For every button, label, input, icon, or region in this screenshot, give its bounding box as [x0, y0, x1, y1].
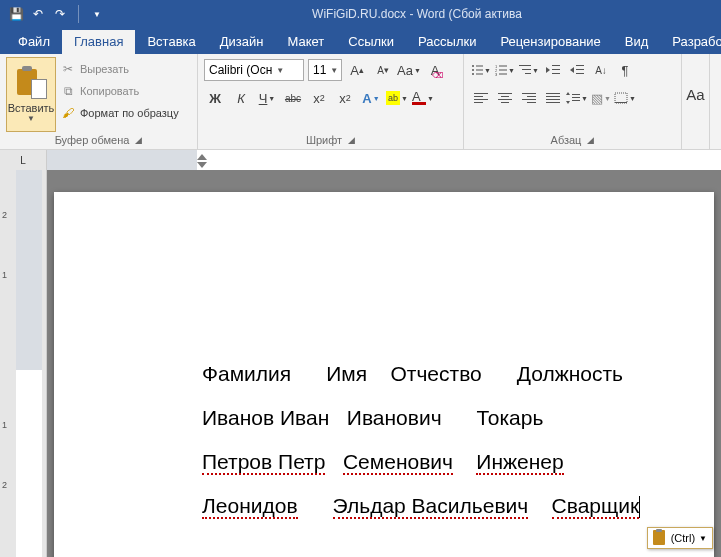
svg-rect-27: [498, 99, 512, 100]
svg-rect-7: [499, 66, 507, 67]
text-effects-button[interactable]: A▼: [360, 87, 382, 109]
paste-options-label: (Ctrl): [671, 532, 695, 544]
align-center-button[interactable]: [494, 87, 516, 109]
show-marks-button[interactable]: ¶: [614, 59, 636, 81]
svg-rect-34: [546, 96, 560, 97]
chevron-down-icon: ▼: [276, 66, 284, 75]
bold-button[interactable]: Ж: [204, 87, 226, 109]
sort-button[interactable]: A↓: [590, 59, 612, 81]
italic-button[interactable]: К: [230, 87, 252, 109]
paragraph-group-label: Абзац: [551, 134, 582, 146]
line-spacing-button[interactable]: ▼: [566, 87, 588, 109]
tab-home[interactable]: Главная: [62, 30, 135, 54]
svg-rect-24: [474, 102, 483, 103]
group-styles: Aа: [682, 54, 710, 149]
doc-row: Иванов Иван Иванович Токарь: [202, 406, 543, 429]
tab-layout[interactable]: Макет: [275, 30, 336, 54]
tab-mailings[interactable]: Рассылки: [406, 30, 488, 54]
paste-button[interactable]: Вставить ▼: [6, 57, 56, 132]
shrink-font-button[interactable]: A▾: [372, 59, 394, 81]
align-right-button[interactable]: [518, 87, 540, 109]
svg-rect-18: [576, 65, 584, 66]
titlebar: 💾 ↶ ↷ ▼ WiFiGiD.RU.docx - Word (Сбой акт…: [0, 0, 721, 28]
svg-point-2: [472, 69, 474, 71]
horizontal-ruler[interactable]: [47, 150, 721, 170]
tab-view[interactable]: Вид: [613, 30, 661, 54]
window-title: WiFiGiD.RU.docx - Word (Сбой актива: [113, 7, 721, 21]
clipboard-dialog-launcher-icon[interactable]: ◢: [135, 135, 142, 145]
multilevel-button[interactable]: ▼: [518, 59, 540, 81]
redo-icon[interactable]: ↷: [52, 6, 68, 22]
tab-design[interactable]: Дизайн: [208, 30, 276, 54]
subscript-button[interactable]: x2: [308, 87, 330, 109]
quick-access-toolbar: 💾 ↶ ↷ ▼: [0, 5, 113, 23]
indent-marker-icon[interactable]: [197, 154, 207, 164]
undo-icon[interactable]: ↶: [30, 6, 46, 22]
svg-rect-33: [546, 93, 560, 94]
clear-formatting-button[interactable]: A⌫: [424, 59, 446, 81]
styles-icon[interactable]: Aа: [688, 57, 703, 132]
group-clipboard: Вставить ▼ ✂ Вырезать ⧉ Копировать 🖌 Фор…: [0, 54, 198, 149]
svg-rect-11: [499, 74, 507, 75]
svg-rect-12: [519, 65, 531, 66]
work-area: 2 1 1 2 Фамилия Имя Отчество Должность И…: [0, 170, 721, 557]
strike-button[interactable]: abc: [282, 87, 304, 109]
doc-row: Леонидов Эльдар Васильевич Сварщик: [202, 494, 639, 519]
grow-font-button[interactable]: A▴: [346, 59, 368, 81]
shading-button[interactable]: ▧▼: [590, 87, 612, 109]
change-case-button[interactable]: Aa▼: [398, 59, 420, 81]
svg-rect-14: [525, 73, 531, 74]
svg-rect-40: [615, 93, 627, 103]
svg-rect-23: [474, 99, 488, 100]
svg-rect-30: [527, 96, 536, 97]
font-size-combo[interactable]: 11▼: [308, 59, 342, 81]
text-cursor: [639, 496, 640, 518]
document-body[interactable]: Фамилия Имя Отчество Должность Иванов Ив…: [202, 352, 714, 528]
qat-customize-icon[interactable]: ▼: [89, 6, 105, 22]
justify-button[interactable]: [542, 87, 564, 109]
tab-review[interactable]: Рецензирование: [488, 30, 612, 54]
document-viewport[interactable]: Фамилия Имя Отчество Должность Иванов Ив…: [47, 170, 721, 557]
font-color-button[interactable]: A▼: [412, 87, 434, 109]
font-name-combo[interactable]: Calibri (Осн▼: [204, 59, 304, 81]
tab-insert[interactable]: Вставка: [135, 30, 207, 54]
svg-rect-29: [522, 93, 536, 94]
svg-rect-22: [474, 96, 483, 97]
tab-references[interactable]: Ссылки: [336, 30, 406, 54]
svg-point-4: [472, 73, 474, 75]
svg-rect-38: [572, 97, 580, 98]
underline-button[interactable]: Ч▼: [256, 87, 278, 109]
page[interactable]: Фамилия Имя Отчество Должность Иванов Ив…: [54, 192, 714, 557]
copy-label: Копировать: [80, 85, 139, 97]
svg-rect-5: [476, 74, 483, 75]
tab-developer[interactable]: Разрабо: [660, 30, 721, 54]
align-left-button[interactable]: [470, 87, 492, 109]
tab-selector[interactable]: L: [0, 150, 47, 170]
brush-icon: 🖌: [60, 105, 76, 121]
svg-rect-25: [498, 93, 512, 94]
highlight-button[interactable]: ab▼: [386, 87, 408, 109]
superscript-button[interactable]: x2: [334, 87, 356, 109]
font-dialog-launcher-icon[interactable]: ◢: [348, 135, 355, 145]
svg-rect-15: [552, 65, 560, 66]
svg-rect-35: [546, 99, 560, 100]
font-group-label: Шрифт: [306, 134, 342, 146]
bullets-button[interactable]: ▼: [470, 59, 492, 81]
increase-indent-button[interactable]: [566, 59, 588, 81]
borders-button[interactable]: ▼: [614, 87, 636, 109]
svg-rect-3: [476, 70, 483, 71]
svg-rect-13: [522, 69, 531, 70]
format-painter-button[interactable]: 🖌 Формат по образцу: [60, 103, 179, 123]
chevron-down-icon: ▼: [699, 534, 707, 543]
vertical-ruler[interactable]: 2 1 1 2: [0, 170, 47, 557]
doc-row: Петров Петр Семенович Инженер: [202, 450, 564, 475]
decrease-indent-button[interactable]: [542, 59, 564, 81]
paste-label: Вставить: [8, 102, 55, 114]
numbering-button[interactable]: 123▼: [494, 59, 516, 81]
svg-rect-19: [576, 69, 584, 70]
group-paragraph: ▼ 123▼ ▼ A↓ ¶ ▼ ▧▼ ▼ Абзац◢: [464, 54, 682, 149]
paragraph-dialog-launcher-icon[interactable]: ◢: [587, 135, 594, 145]
paste-options-button[interactable]: (Ctrl) ▼: [647, 527, 713, 549]
tab-file[interactable]: Файл: [6, 30, 62, 54]
save-icon[interactable]: 💾: [8, 6, 24, 22]
